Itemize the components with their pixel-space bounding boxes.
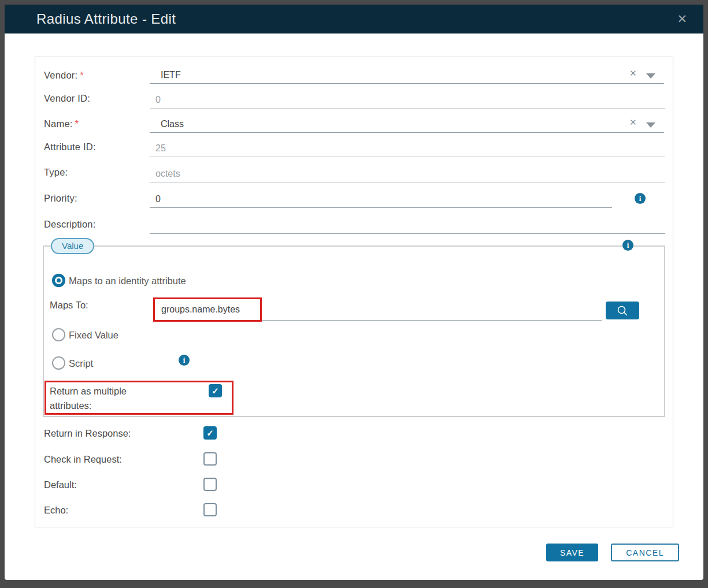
caret-down-icon[interactable] bbox=[646, 73, 655, 79]
info-letter: i bbox=[635, 193, 646, 204]
return-in-response-label: Return in Response: bbox=[44, 427, 131, 440]
name-label: Name:* bbox=[44, 118, 79, 129]
priority-input[interactable]: 0 bbox=[155, 193, 161, 205]
vendor-label: Vendor:* bbox=[44, 69, 84, 81]
radio-maps-to-identity-label: Maps to an identity attribute bbox=[69, 275, 186, 286]
close-icon[interactable]: ✕ bbox=[677, 12, 687, 26]
search-icon bbox=[617, 305, 628, 317]
name-combobox-value[interactable]: Class bbox=[161, 118, 184, 130]
clear-icon[interactable]: ✕ bbox=[629, 69, 637, 78]
required-marker: * bbox=[80, 70, 84, 80]
priority-label-text: Priority: bbox=[44, 193, 77, 203]
cancel-button[interactable]: CANCEL bbox=[611, 544, 679, 561]
info-letter: i bbox=[179, 355, 190, 366]
value-section: Value i Maps to an identity attribute Ma… bbox=[43, 245, 665, 417]
description-label: Description: bbox=[44, 218, 96, 230]
annotation-box-maps-to: groups.name.bytes bbox=[153, 297, 262, 322]
default-label: Default: bbox=[44, 478, 77, 491]
attribute-id-label: Attribute ID: bbox=[44, 141, 96, 152]
description-underline bbox=[150, 233, 665, 234]
type-underline bbox=[150, 182, 665, 183]
type-label-text: Type: bbox=[44, 167, 68, 177]
clear-icon[interactable]: ✕ bbox=[629, 118, 637, 127]
type-value: octets bbox=[155, 168, 180, 180]
dialog-title: Radius Attribute - Edit bbox=[36, 11, 176, 27]
check-icon: ✓ bbox=[203, 426, 217, 440]
radius-attribute-edit-dialog: Radius Attribute - Edit ✕ Vendor:* IETF … bbox=[5, 5, 703, 580]
radio-script[interactable] bbox=[52, 356, 65, 370]
vendor-id-label-text: Vendor ID: bbox=[44, 93, 90, 103]
priority-label: Priority: bbox=[44, 192, 77, 204]
info-letter: i bbox=[622, 240, 633, 251]
default-checkbox[interactable] bbox=[203, 478, 217, 491]
multi-attr-label: Return as multiple attributes: bbox=[50, 384, 127, 413]
return-in-response-checkbox[interactable]: ✓ bbox=[203, 426, 217, 440]
vendor-combobox-value[interactable]: IETF bbox=[161, 69, 181, 81]
maps-to-label: Maps To: bbox=[50, 299, 88, 311]
maps-to-input[interactable]: groups.name.bytes bbox=[155, 299, 260, 319]
check-in-request-label: Check in Request: bbox=[44, 453, 122, 466]
echo-checkbox[interactable] bbox=[203, 503, 217, 516]
caret-down-icon[interactable] bbox=[646, 122, 655, 128]
vendor-underline bbox=[150, 83, 664, 84]
required-marker: * bbox=[75, 118, 79, 129]
vendor-id-value: 0 bbox=[155, 94, 161, 106]
radio-script-label: Script bbox=[69, 358, 93, 369]
annotation-box-multi-attr: Return as multiple attributes: ✓ bbox=[45, 381, 233, 415]
description-label-text: Description: bbox=[44, 219, 96, 229]
search-button[interactable] bbox=[606, 302, 639, 319]
check-icon: ✓ bbox=[209, 384, 222, 397]
info-icon[interactable]: i bbox=[622, 240, 633, 251]
radio-fixed-value[interactable] bbox=[52, 328, 65, 341]
save-button[interactable]: SAVE bbox=[546, 544, 598, 561]
attribute-id-underline bbox=[150, 157, 665, 157]
multi-attr-label-line1: Return as multiple bbox=[50, 384, 127, 399]
multi-attr-checkbox[interactable]: ✓ bbox=[209, 384, 222, 397]
name-label-text: Name: bbox=[44, 118, 73, 129]
echo-label: Echo: bbox=[44, 504, 68, 516]
dialog-header: Radius Attribute - Edit ✕ bbox=[5, 5, 703, 34]
form-panel: Vendor:* IETF ✕ Vendor ID: 0 Name:* Clas… bbox=[35, 57, 673, 527]
vendor-label-text: Vendor: bbox=[44, 70, 77, 80]
attribute-id-value: 25 bbox=[155, 143, 166, 154]
info-icon[interactable]: i bbox=[635, 193, 646, 204]
dialog-footer: SAVE CANCEL bbox=[546, 544, 679, 561]
radio-fixed-value-label: Fixed Value bbox=[69, 329, 118, 341]
attribute-id-label-text: Attribute ID: bbox=[44, 142, 96, 152]
vendor-id-underline bbox=[150, 108, 665, 109]
value-tab[interactable]: Value bbox=[51, 238, 94, 254]
info-icon[interactable]: i bbox=[179, 355, 190, 366]
priority-underline bbox=[150, 207, 612, 208]
name-underline bbox=[150, 132, 664, 133]
radio-maps-to-identity[interactable] bbox=[52, 274, 65, 287]
multi-attr-label-line2: attributes: bbox=[50, 399, 127, 413]
check-in-request-checkbox[interactable] bbox=[203, 452, 217, 466]
vendor-id-label: Vendor ID: bbox=[44, 92, 90, 104]
type-label: Type: bbox=[44, 166, 68, 178]
